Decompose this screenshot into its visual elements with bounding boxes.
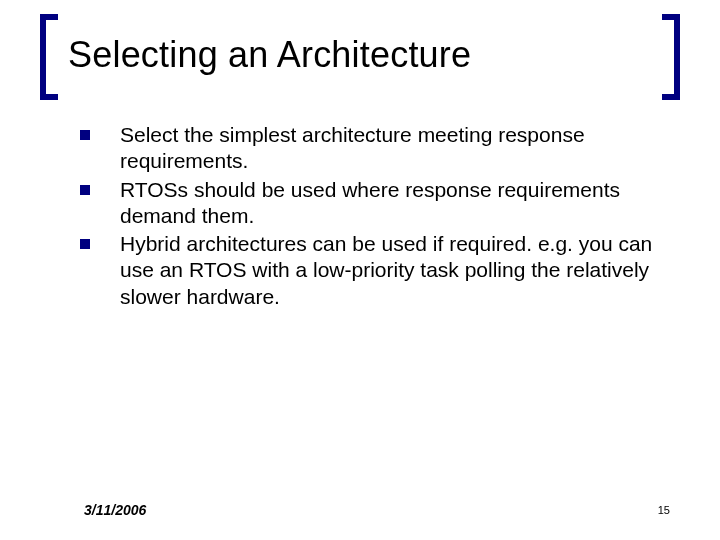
slide: Selecting an Architecture Select the sim… xyxy=(0,0,720,540)
list-item: RTOSs should be used where response requ… xyxy=(80,177,660,230)
title-bar: Selecting an Architecture xyxy=(40,28,680,98)
bullet-text: Select the simplest architecture meeting… xyxy=(120,122,660,175)
list-item: Hybrid architectures can be used if requ… xyxy=(80,231,660,310)
footer-date: 3/11/2006 xyxy=(84,502,146,518)
title-bracket-left xyxy=(40,14,58,100)
footer-page-number: 15 xyxy=(658,504,670,516)
slide-footer: 3/11/2006 15 xyxy=(0,498,720,518)
slide-body: Select the simplest architecture meeting… xyxy=(80,122,660,312)
list-item: Select the simplest architecture meeting… xyxy=(80,122,660,175)
bullet-text: RTOSs should be used where response requ… xyxy=(120,177,660,230)
square-bullet-icon xyxy=(80,130,90,140)
slide-title: Selecting an Architecture xyxy=(68,34,471,76)
bullet-text: Hybrid architectures can be used if requ… xyxy=(120,231,660,310)
square-bullet-icon xyxy=(80,239,90,249)
square-bullet-icon xyxy=(80,185,90,195)
title-bracket-right xyxy=(662,14,680,100)
